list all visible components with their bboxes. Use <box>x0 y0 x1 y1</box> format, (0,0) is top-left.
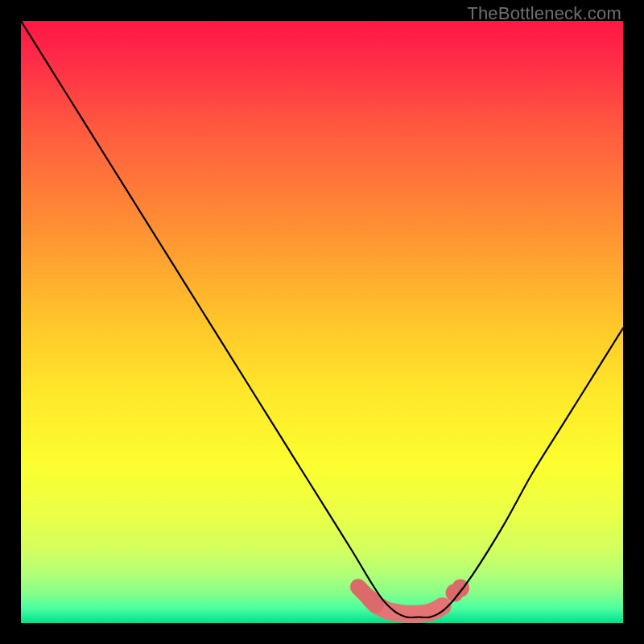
plot-area <box>21 21 623 623</box>
chart-frame: TheBottleneck.com <box>0 0 644 644</box>
optimal-marker-cluster <box>358 580 469 614</box>
optimal-left-tail <box>358 587 376 605</box>
curve-layer <box>21 21 623 623</box>
watermark-label: TheBottleneck.com <box>467 3 621 24</box>
bottleneck-curve <box>21 21 623 617</box>
